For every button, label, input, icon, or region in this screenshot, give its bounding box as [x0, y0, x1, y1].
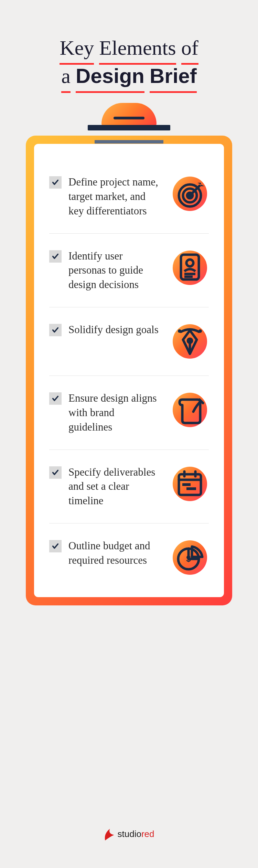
- item-text: Outline budget and required resources: [68, 539, 164, 568]
- checkbox-icon: [49, 250, 62, 263]
- logo-swoosh-icon: [104, 827, 116, 840]
- scroll-icon: [171, 391, 209, 429]
- checkbox-icon: [49, 176, 62, 189]
- pen-nib-icon: [171, 322, 209, 360]
- checkbox-icon: [49, 540, 62, 552]
- svg-text:$: $: [186, 554, 191, 563]
- checklist-item: Identify user personas to guide design d…: [49, 233, 209, 307]
- title-word: Design: [76, 63, 144, 91]
- logo-text: studiored: [118, 829, 154, 839]
- checkbox-icon: [49, 392, 62, 405]
- checklist: Define project name, target market, and …: [34, 144, 224, 597]
- page-title: Key Elements of a Design Brief: [0, 0, 258, 91]
- svg-rect-15: [182, 483, 191, 486]
- title-word: of: [181, 34, 198, 63]
- clipboard-clip-icon: [88, 103, 170, 144]
- item-text: Solidify design goals: [68, 322, 164, 337]
- persona-icon: [171, 249, 209, 287]
- item-text: Define project name, target market, and …: [68, 175, 164, 218]
- checklist-item: Define project name, target market, and …: [49, 175, 209, 233]
- checkbox-icon: [49, 466, 62, 479]
- item-text: Identify user personas to guide design d…: [68, 249, 164, 292]
- svg-rect-16: [186, 487, 196, 490]
- calendar-icon: [171, 465, 209, 503]
- checklist-item: Ensure design aligns with brand guidelin…: [49, 375, 209, 449]
- checklist-item: Solidify design goals: [49, 307, 209, 375]
- title-word: a: [61, 63, 71, 91]
- checkbox-icon: [49, 324, 62, 336]
- clipboard: Define project name, target market, and …: [26, 136, 232, 605]
- title-word: Elements: [99, 34, 176, 63]
- svg-point-4: [186, 260, 193, 266]
- item-text: Specify deliverables and set a clear tim…: [68, 465, 164, 508]
- title-word: Brief: [150, 63, 197, 91]
- item-text: Ensure design aligns with brand guidelin…: [68, 391, 164, 434]
- pie-dollar-icon: $: [171, 539, 209, 576]
- target-icon: [171, 175, 209, 213]
- checklist-item: Specify deliverables and set a clear tim…: [49, 449, 209, 523]
- brand-logo: studiored: [104, 827, 154, 840]
- title-word: Key: [60, 34, 94, 63]
- checklist-item: Outline budget and required resources $: [49, 523, 209, 576]
